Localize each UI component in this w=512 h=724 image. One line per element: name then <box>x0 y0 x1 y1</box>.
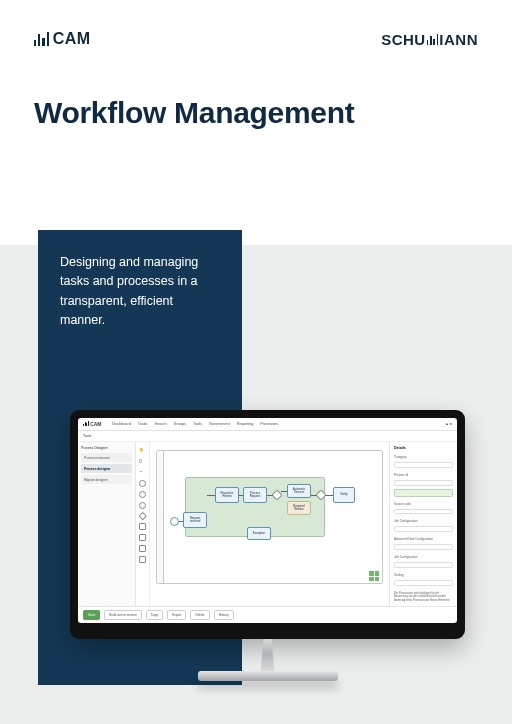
sidebar-item-designer[interactable]: Process designer <box>81 464 132 473</box>
tool-intermediate-event-icon[interactable] <box>139 491 146 498</box>
field-storage[interactable] <box>394 526 453 532</box>
task-required-review[interactable]: Required Review <box>287 501 311 515</box>
monitor-stand-base <box>198 671 338 681</box>
field-highlighted[interactable] <box>394 489 453 497</box>
bottom-toolbar: Save Build active version Copy Export De… <box>78 606 457 623</box>
field-id[interactable] <box>394 480 453 486</box>
task-exception[interactable]: Exception <box>247 527 271 540</box>
task-review[interactable]: Requestor Review <box>215 487 239 503</box>
task-process[interactable]: Process Request <box>243 487 267 503</box>
label-code: Source code <box>394 502 453 506</box>
label-storage2: Advanced Date Configuration <box>394 537 453 541</box>
sidebar-title: Process Designer <box>81 446 132 450</box>
tool-space-icon[interactable]: ↔ <box>139 469 146 476</box>
nav-tools[interactable]: Tools <box>193 422 202 426</box>
product-logo: CAM <box>34 30 91 48</box>
field-storage2[interactable] <box>394 544 453 550</box>
nav-search[interactable]: Search <box>155 422 167 426</box>
panel-title: Details <box>394 446 453 450</box>
app-header: CAM Dashboard Tasks Search Groups Tools … <box>78 418 457 431</box>
new-version-button[interactable]: Build active version <box>104 610 141 620</box>
field-code[interactable] <box>394 509 453 515</box>
field-job[interactable] <box>394 562 453 568</box>
tool-start-event-icon[interactable] <box>139 480 146 487</box>
sidebar-item-instances[interactable]: Process instances <box>81 453 132 462</box>
left-sidebar: Process Designer Process instances Proce… <box>78 442 136 606</box>
bars-icon <box>427 34 439 45</box>
company-name-post: IANN <box>439 31 478 48</box>
nav-tasks[interactable]: Tasks <box>138 422 148 426</box>
product-name: CAM <box>53 30 91 48</box>
label-storage: Job Configuration <box>394 519 453 523</box>
sidebar-item-migrate[interactable]: Migrate designer <box>81 475 132 484</box>
logo-row: CAM SCHU IANN <box>34 30 478 48</box>
minimap-icon[interactable] <box>369 571 379 581</box>
task-auto-decision[interactable]: Automatic Decision <box>287 484 311 498</box>
label-job: Job Configuration <box>394 555 453 559</box>
breadcrumb: Tools <box>78 431 457 442</box>
tool-subprocess-icon[interactable] <box>139 534 146 541</box>
monitor-bezel: CAM Dashboard Tasks Search Groups Tools … <box>70 410 465 639</box>
properties-panel: Details Category Process Id Source code … <box>389 442 457 606</box>
label-category: Category <box>394 455 453 459</box>
tool-task-icon[interactable] <box>139 523 146 530</box>
tool-end-event-icon[interactable] <box>139 502 146 509</box>
task-request[interactable]: Request received <box>183 512 207 528</box>
tool-hand-icon[interactable]: ✋ <box>139 447 146 454</box>
field-category[interactable] <box>394 462 453 468</box>
start-event[interactable] <box>170 517 179 526</box>
delete-button[interactable]: Delete <box>190 610 209 620</box>
bpmn-canvas[interactable]: Request received Requestor Review Proces… <box>150 442 389 606</box>
tagline-text: Designing and managing tasks and process… <box>60 253 220 331</box>
tool-lasso-icon[interactable]: ◻ <box>139 458 146 465</box>
lane-header <box>157 451 164 583</box>
user-icon[interactable]: ▲ ● <box>445 422 452 426</box>
company-logo: SCHU IANN <box>381 31 478 48</box>
nav-reporting[interactable]: Reporting <box>237 422 253 426</box>
nav-processes[interactable]: Processes <box>260 422 278 426</box>
export-button[interactable]: Export <box>167 610 186 620</box>
document-header: CAM SCHU IANN Workflow Management <box>0 0 512 230</box>
tool-palette: ✋ ◻ ↔ <box>136 442 150 606</box>
nav-dashboard[interactable]: Dashboard <box>112 422 131 426</box>
label-sort: Sorting <box>394 573 453 577</box>
task-notify[interactable]: Notify <box>333 487 355 503</box>
history-button[interactable]: History <box>214 610 234 620</box>
page-title: Workflow Management <box>34 96 478 130</box>
field-sort[interactable] <box>394 580 453 586</box>
bars-icon <box>34 32 49 46</box>
save-button[interactable]: Save <box>83 610 100 620</box>
tool-gateway-icon[interactable] <box>139 512 147 520</box>
app-logo: CAM <box>83 421 101 427</box>
app-body: Process Designer Process instances Proce… <box>78 442 457 606</box>
bpmn-lane: Request received Requestor Review Proces… <box>156 450 383 584</box>
bars-icon <box>83 421 89 426</box>
monitor-stand-neck <box>251 639 285 671</box>
tool-data-icon[interactable] <box>139 545 146 552</box>
panel-description: Der Prozessstart wird initialisiert für … <box>394 592 453 602</box>
monitor-mockup: CAM Dashboard Tasks Search Groups Tools … <box>70 410 465 681</box>
label-id: Process Id <box>394 473 453 477</box>
nav-government[interactable]: Government <box>209 422 230 426</box>
app-screenshot: CAM Dashboard Tasks Search Groups Tools … <box>78 418 457 623</box>
nav-groups[interactable]: Groups <box>174 422 186 426</box>
copy-button[interactable]: Copy <box>146 610 163 620</box>
company-name-pre: SCHU <box>381 31 426 48</box>
tool-pool-icon[interactable] <box>139 556 146 563</box>
